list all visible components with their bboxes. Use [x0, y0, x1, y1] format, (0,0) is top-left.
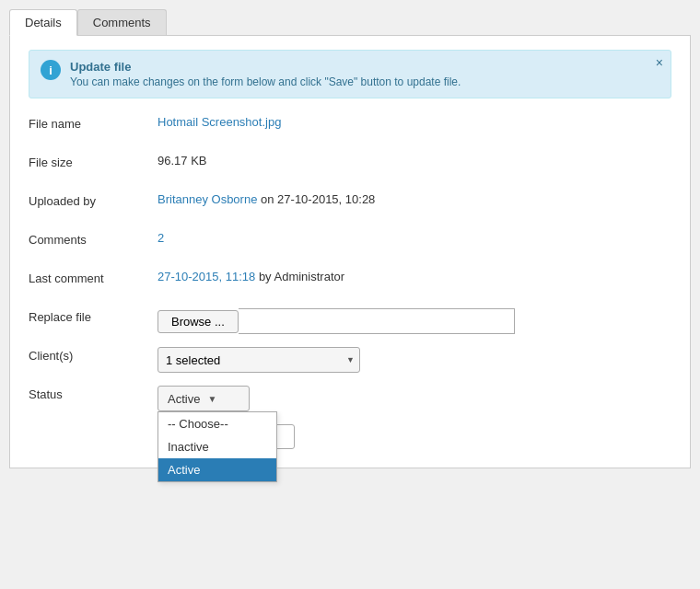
clients-label: Client(s) [29, 347, 158, 363]
file-size-row: File size 96.17 KB [29, 154, 671, 179]
file-name-row: File name Hotmail Screenshot.jpg [29, 115, 671, 141]
file-name-label: File name [29, 115, 158, 131]
main-container: Details Comments i Update file You can m… [0, 0, 700, 589]
clients-select[interactable]: 1 selected [158, 347, 360, 373]
file-size-label: File size [29, 154, 158, 169]
info-title: Update file [70, 60, 643, 74]
status-row: Status Active ▼ -- Choose-- Inactive Act… [29, 386, 671, 411]
uploaded-by-value: Britanney Osborne on 27-10-2015, 10:28 [158, 192, 671, 206]
clients-value: 1 selected [158, 347, 671, 373]
last-comment-label: Last comment [29, 270, 158, 285]
tab-details[interactable]: Details [9, 9, 77, 36]
upload-date: on 27-10-2015, 10:28 [257, 192, 375, 206]
replace-file-row: Replace file Browse ... [29, 308, 671, 334]
status-option-choose[interactable]: -- Choose-- [158, 412, 276, 435]
status-option-inactive[interactable]: Inactive [158, 435, 276, 458]
uploaded-by-label: Uploaded by [29, 192, 158, 208]
replace-file-label: Replace file [29, 308, 158, 324]
last-comment-by: by Administrator [255, 270, 344, 283]
uploaded-by-row: Uploaded by Britanney Osborne on 27-10-2… [29, 192, 671, 218]
file-size-value: 96.17 KB [158, 154, 671, 167]
info-icon: i [41, 60, 61, 80]
info-box: i Update file You can make changes on th… [29, 50, 671, 98]
browse-wrap: Browse ... [158, 308, 671, 334]
last-comment-row: Last comment 27-10-2015, 11:18 by Admini… [29, 270, 671, 295]
info-text-block: Update file You can make changes on the … [70, 60, 643, 88]
last-comment-date[interactable]: 27-10-2015, 11:18 [158, 270, 255, 283]
uploader-link[interactable]: Britanney Osborne [158, 192, 257, 206]
comments-row: Comments 2 [29, 231, 671, 257]
status-section: Active ▼ -- Choose-- Inactive Active [158, 386, 250, 411]
tab-comments[interactable]: Comments [77, 9, 167, 35]
status-value: Active ▼ -- Choose-- Inactive Active [158, 386, 671, 411]
file-input-box[interactable] [239, 308, 515, 334]
tab-bar: Details Comments [9, 9, 691, 36]
replace-file-value: Browse ... [158, 308, 671, 334]
status-selected-text: Active [168, 392, 200, 406]
clients-row: Client(s) 1 selected [29, 347, 671, 373]
comments-value: 2 [158, 231, 671, 245]
comments-label: Comments [29, 231, 158, 247]
comments-link[interactable]: 2 [158, 231, 164, 245]
close-button[interactable]: × [656, 56, 663, 69]
last-comment-value: 27-10-2015, 11:18 by Administrator [158, 270, 671, 283]
browse-button[interactable]: Browse ... [158, 310, 239, 333]
status-dropdown-menu: -- Choose-- Inactive Active [158, 411, 277, 482]
status-dropdown-button[interactable]: Active ▼ [158, 386, 250, 411]
status-option-active[interactable]: Active [158, 458, 276, 481]
dropdown-arrow-icon: ▼ [207, 394, 216, 404]
file-name-value: Hotmail Screenshot.jpg [158, 115, 671, 129]
status-label: Status [29, 386, 158, 401]
file-name-link[interactable]: Hotmail Screenshot.jpg [158, 115, 281, 129]
info-desc: You can make changes on the form below a… [70, 75, 643, 88]
content-panel: i Update file You can make changes on th… [9, 36, 691, 468]
clients-select-wrapper: 1 selected [158, 347, 360, 373]
